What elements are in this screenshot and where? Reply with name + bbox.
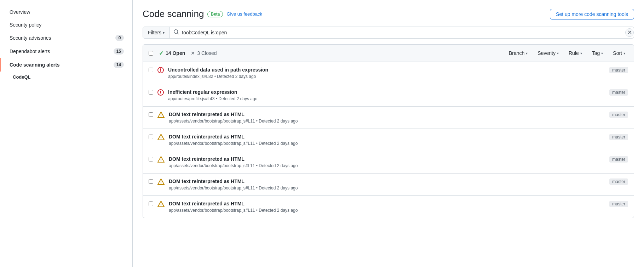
feedback-link[interactable]: Give us feedback (226, 11, 262, 17)
filters-button[interactable]: Filters ▾ (143, 27, 170, 38)
security-advisories-badge: 0 (115, 35, 124, 41)
alert-title: Uncontrolled data used in path expressio… (168, 67, 605, 73)
alert-content: DOM text reinterpreted as HTMLapp/assets… (169, 112, 605, 124)
search-area (170, 27, 625, 38)
alert-meta: app/assets/vendor/bootstrap/bootstrap.js… (169, 119, 605, 124)
alert-title: DOM text reinterpreted as HTML (169, 178, 605, 184)
x-icon: ✕ (191, 50, 195, 56)
sidebar-item-security-advisories[interactable]: Security advisories 0 (0, 31, 132, 45)
alerts-header-left: ✓ 14 Open ✕ 3 Closed (149, 50, 217, 57)
branch-chevron-icon: ▾ (526, 51, 528, 55)
table-row[interactable]: DOM text reinterpreted as HTMLapp/assets… (143, 196, 634, 218)
beta-badge: Beta (207, 11, 223, 17)
svg-point-11 (161, 161, 161, 162)
dependabot-alerts-badge: 15 (114, 48, 124, 55)
sidebar-item-code-scanning-alerts[interactable]: Code scanning alerts 14 (0, 58, 132, 72)
branch-filter[interactable]: Branch ▾ (506, 49, 530, 57)
select-all-checkbox[interactable] (149, 51, 153, 56)
svg-point-9 (161, 139, 161, 140)
sidebar-item-security-policy[interactable]: Security policy (0, 18, 132, 31)
alert-content: DOM text reinterpreted as HTMLapp/assets… (169, 156, 605, 168)
sidebar-item-codeql[interactable]: CodeQL (0, 72, 132, 83)
alert-meta: app/assets/vendor/bootstrap/bootstrap.js… (169, 141, 605, 146)
alert-checkbox[interactable] (149, 201, 153, 206)
filters-chevron-icon: ▾ (163, 31, 165, 35)
error-icon (157, 67, 164, 74)
page-title-area: Code scanning Beta Give us feedback (143, 8, 262, 19)
alert-branch-badge: master (609, 156, 628, 163)
alert-branch-badge: master (609, 67, 628, 73)
svg-point-5 (160, 93, 161, 94)
clear-search-button[interactable]: ✕ (625, 28, 634, 37)
alert-rows-container: Uncontrolled data used in path expressio… (143, 62, 634, 218)
svg-point-7 (161, 117, 161, 117)
table-row[interactable]: DOM text reinterpreted as HTMLapp/assets… (143, 174, 634, 196)
alert-checkbox[interactable] (149, 112, 153, 117)
alerts-container: ✓ 14 Open ✕ 3 Closed Branch ▾ Severity ▾ (143, 44, 634, 218)
svg-point-13 (161, 183, 161, 184)
filter-bar: Filters ▾ ✕ (143, 27, 634, 39)
alert-content: Uncontrolled data used in path expressio… (168, 67, 605, 79)
check-icon: ✓ (159, 50, 163, 57)
tag-chevron-icon: ▾ (601, 51, 603, 55)
search-input[interactable] (182, 27, 622, 38)
severity-chevron-icon: ▾ (557, 51, 559, 55)
table-row[interactable]: Uncontrolled data used in path expressio… (143, 62, 634, 84)
alert-title: DOM text reinterpreted as HTML (169, 112, 605, 117)
table-row[interactable]: DOM text reinterpreted as HTMLapp/assets… (143, 107, 634, 129)
alert-branch-badge: master (609, 201, 628, 207)
alert-content: DOM text reinterpreted as HTMLapp/assets… (169, 178, 605, 191)
alert-meta: app/assets/vendor/bootstrap/bootstrap.js… (169, 163, 605, 168)
svg-point-15 (161, 206, 161, 206)
warning-icon (157, 201, 165, 208)
sort-filter[interactable]: Sort ▾ (610, 49, 628, 57)
rule-chevron-icon: ▾ (580, 51, 582, 55)
setup-scanning-tools-button[interactable]: Set up more code scanning tools (550, 9, 634, 19)
sidebar-item-overview[interactable]: Overview (0, 6, 132, 18)
alert-branch-badge: master (609, 134, 628, 140)
alert-checkbox[interactable] (149, 90, 153, 95)
open-count[interactable]: ✓ 14 Open (159, 50, 185, 57)
warning-icon (157, 112, 165, 119)
alert-checkbox[interactable] (149, 157, 153, 161)
alert-content: DOM text reinterpreted as HTMLapp/assets… (169, 201, 605, 213)
error-icon (157, 89, 164, 97)
alert-meta: app/routes/profile.js#L43 • Detected 2 d… (168, 96, 605, 101)
closed-count[interactable]: ✕ 3 Closed (191, 50, 217, 56)
sidebar: Overview Security policy Security adviso… (0, 0, 133, 267)
alert-branch-badge: master (609, 112, 628, 118)
rule-filter[interactable]: Rule ▾ (566, 49, 585, 57)
alert-title: Inefficient regular expression (168, 89, 605, 95)
warning-icon (157, 134, 165, 141)
alert-branch-badge: master (609, 178, 628, 185)
main-content: Code scanning Beta Give us feedback Set … (133, 0, 644, 267)
severity-filter[interactable]: Severity ▾ (535, 49, 562, 57)
svg-point-2 (160, 71, 161, 72)
alert-checkbox[interactable] (149, 135, 153, 139)
alert-title: DOM text reinterpreted as HTML (169, 134, 605, 140)
alert-meta: app/assets/vendor/bootstrap/bootstrap.js… (169, 186, 605, 191)
tag-filter[interactable]: Tag ▾ (589, 49, 606, 57)
alerts-header-right: Branch ▾ Severity ▾ Rule ▾ Tag ▾ Sort (506, 49, 628, 57)
alert-content: DOM text reinterpreted as HTMLapp/assets… (169, 134, 605, 146)
sidebar-item-dependabot-alerts[interactable]: Dependabot alerts 15 (0, 45, 132, 58)
alert-meta: app/routes/index.js#L82 • Detected 2 day… (168, 74, 605, 79)
alerts-header: ✓ 14 Open ✕ 3 Closed Branch ▾ Severity ▾ (143, 45, 634, 62)
table-row[interactable]: DOM text reinterpreted as HTMLapp/assets… (143, 129, 634, 151)
alert-title: DOM text reinterpreted as HTML (169, 156, 605, 162)
alert-branch-badge: master (609, 89, 628, 96)
search-icon (173, 29, 179, 36)
code-scanning-alerts-badge: 14 (114, 62, 124, 68)
table-row[interactable]: Inefficient regular expressionapp/routes… (143, 84, 634, 107)
page-title: Code scanning (143, 8, 204, 19)
warning-icon (157, 178, 165, 186)
alert-content: Inefficient regular expressionapp/routes… (168, 89, 605, 101)
sort-chevron-icon: ▾ (623, 51, 625, 55)
warning-icon (157, 156, 165, 164)
filters-label: Filters (148, 30, 161, 35)
alert-meta: app/assets/vendor/bootstrap/bootstrap.js… (169, 208, 605, 213)
alert-checkbox[interactable] (149, 68, 153, 72)
alert-title: DOM text reinterpreted as HTML (169, 201, 605, 206)
alert-checkbox[interactable] (149, 179, 153, 184)
table-row[interactable]: DOM text reinterpreted as HTMLapp/assets… (143, 151, 634, 174)
